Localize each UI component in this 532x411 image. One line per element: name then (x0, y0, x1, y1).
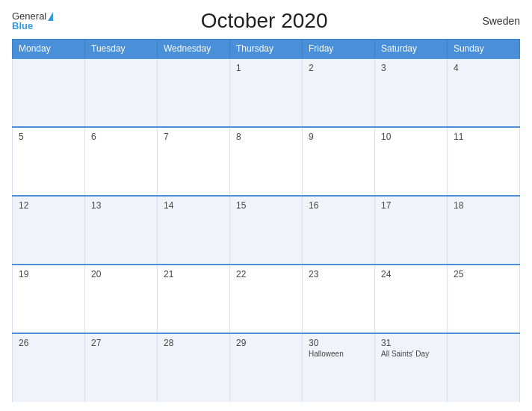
day-number: 19 (19, 269, 78, 279)
calendar-cell: 10 (375, 127, 448, 196)
day-number: 8 (236, 132, 296, 142)
weekday-header-sunday: Sunday (448, 40, 520, 59)
calendar-cell: 9 (303, 127, 375, 196)
calendar-cell: 11 (448, 127, 520, 196)
calendar-cell: 5 (13, 127, 85, 196)
day-number: 25 (454, 269, 513, 279)
calendar-cell: 21 (158, 265, 230, 333)
weekday-header-row: MondayTuesdayWednesdayThursdayFridaySatu… (13, 40, 520, 59)
day-number: 20 (91, 269, 151, 279)
day-number: 10 (381, 132, 441, 142)
header: General Blue October 2020 Sweden (12, 9, 520, 33)
weekday-header-friday: Friday (303, 40, 375, 59)
logo-triangle-icon (48, 12, 53, 21)
day-number: 22 (236, 269, 296, 279)
day-number: 13 (91, 200, 151, 211)
calendar-cell: 27 (85, 333, 158, 402)
calendar-cell: 18 (448, 196, 520, 265)
calendar-cell: 13 (85, 196, 158, 265)
day-number: 28 (164, 338, 223, 348)
calendar-cell: 31All Saints' Day (375, 333, 448, 402)
weekday-header-tuesday: Tuesday (85, 40, 158, 59)
day-number: 17 (381, 200, 441, 211)
week-row-3: 12131415161718 (13, 196, 520, 265)
day-number: 26 (19, 338, 78, 348)
calendar-table: MondayTuesdayWednesdayThursdayFridaySatu… (12, 39, 520, 402)
day-number: 27 (91, 338, 151, 348)
calendar-cell (448, 333, 520, 402)
calendar-cell (13, 58, 85, 127)
calendar-cell: 15 (230, 196, 303, 265)
calendar-cell: 29 (230, 333, 303, 402)
calendar-cell: 14 (158, 196, 230, 265)
calendar-cell: 28 (158, 333, 230, 402)
calendar-cell: 26 (13, 333, 85, 402)
event-label: All Saints' Day (381, 350, 441, 358)
day-number: 14 (164, 200, 223, 211)
day-number: 4 (454, 63, 513, 73)
week-row-2: 567891011 (13, 127, 520, 196)
calendar-cell: 24 (375, 265, 448, 333)
calendar-cell: 16 (303, 196, 375, 265)
day-number: 24 (381, 269, 441, 279)
calendar-cell (158, 58, 230, 127)
calendar-container: General Blue October 2020 Sweden MondayT… (0, 0, 532, 411)
calendar-cell: 23 (303, 265, 375, 333)
weekday-header-thursday: Thursday (230, 40, 303, 59)
logo: General Blue (12, 11, 53, 31)
day-number: 6 (91, 132, 151, 142)
calendar-cell: 22 (230, 265, 303, 333)
day-number: 11 (454, 132, 513, 142)
week-row-1: 1234 (13, 58, 520, 127)
calendar-cell: 25 (448, 265, 520, 333)
calendar-cell: 1 (230, 58, 303, 127)
calendar-cell: 7 (158, 127, 230, 196)
calendar-cell: 19 (13, 265, 85, 333)
calendar-cell: 2 (303, 58, 375, 127)
day-number: 5 (19, 132, 78, 142)
day-number: 12 (19, 200, 78, 211)
week-row-4: 19202122232425 (13, 265, 520, 333)
day-number: 18 (454, 200, 513, 211)
country-label: Sweden (475, 15, 520, 27)
day-number: 30 (309, 338, 368, 348)
calendar-cell: 12 (13, 196, 85, 265)
calendar-cell: 4 (448, 58, 520, 127)
calendar-cell: 17 (375, 196, 448, 265)
day-number: 7 (164, 132, 223, 142)
day-number: 21 (164, 269, 223, 279)
day-number: 3 (381, 63, 441, 73)
calendar-cell: 8 (230, 127, 303, 196)
week-row-5: 2627282930Halloween31All Saints' Day (13, 333, 520, 402)
event-label: Halloween (309, 350, 368, 358)
calendar-cell (85, 58, 158, 127)
day-number: 2 (309, 63, 368, 73)
day-number: 9 (309, 132, 368, 142)
calendar-cell: 3 (375, 58, 448, 127)
calendar-title: October 2020 (53, 9, 475, 33)
day-number: 29 (236, 338, 296, 348)
day-number: 1 (236, 63, 296, 73)
calendar-cell: 30Halloween (303, 333, 375, 402)
day-number: 15 (236, 200, 296, 211)
calendar-cell: 6 (85, 127, 158, 196)
weekday-header-monday: Monday (13, 40, 85, 59)
weekday-header-wednesday: Wednesday (158, 40, 230, 59)
calendar-cell: 20 (85, 265, 158, 333)
day-number: 23 (309, 269, 368, 279)
weekday-header-saturday: Saturday (375, 40, 448, 59)
day-number: 31 (381, 338, 441, 348)
day-number: 16 (309, 200, 368, 211)
logo-blue-text: Blue (12, 21, 33, 31)
